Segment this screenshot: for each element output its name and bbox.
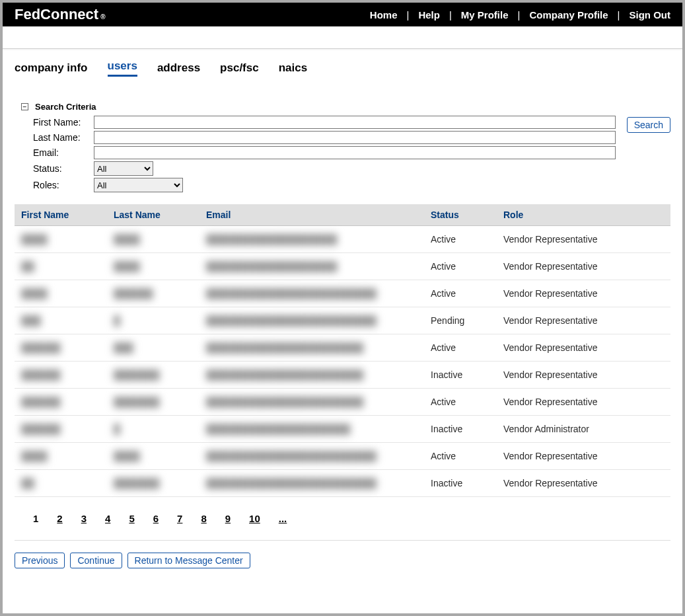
cell-email: ██████████████████████	[199, 416, 424, 443]
cell-status: Active	[424, 389, 497, 416]
cell-last-name: ███████	[107, 389, 199, 416]
table-row[interactable]: █████████████████████████████████████Ina…	[15, 362, 670, 389]
return-button[interactable]: Return to Message Center	[127, 553, 250, 568]
table-row[interactable]: ████████████████████████████████████Acti…	[15, 280, 670, 307]
cell-last-name: ████	[107, 226, 199, 253]
last-name-input[interactable]	[94, 131, 616, 144]
nav-separator: |	[518, 9, 521, 20]
email-label: Email:	[33, 147, 94, 158]
status-select[interactable]: All	[94, 161, 153, 176]
logo-sub: ®	[100, 13, 105, 20]
tab-pscfsc[interactable]: psc/fsc	[220, 61, 259, 77]
tab-company-info[interactable]: company info	[15, 61, 88, 77]
col-header-role[interactable]: Role	[497, 204, 670, 226]
cell-email: ████████████████████	[199, 226, 424, 253]
cell-last-name: ██████	[107, 280, 199, 307]
roles-label: Roles:	[33, 180, 94, 190]
table-row[interactable]: █████████████████████████████InactiveVen…	[15, 416, 670, 443]
roles-select[interactable]: All	[94, 178, 183, 192]
action-buttons: Previous Continue Return to Message Cent…	[15, 553, 670, 568]
logo: FedConnect ®	[15, 6, 106, 23]
pager: 12345678910...	[15, 497, 670, 541]
top-bar: FedConnect ® Home|Help|My Profile|Compan…	[3, 3, 682, 26]
cell-first-name: ██	[15, 253, 107, 280]
page-7[interactable]: 7	[177, 513, 182, 524]
cell-first-name: ██████	[15, 334, 107, 362]
tab-naics[interactable]: naics	[279, 61, 307, 77]
table-row[interactable]: █████████████████████████████████ActiveV…	[15, 334, 670, 362]
table-row[interactable]: ████████████████████████████ActiveVendor…	[15, 226, 670, 253]
logo-text: FedConnect	[15, 6, 98, 23]
previous-button[interactable]: Previous	[15, 553, 65, 568]
tab-users[interactable]: users	[108, 59, 137, 77]
cell-last-name: ███	[107, 334, 199, 362]
cell-role: Vendor Representative	[497, 307, 670, 334]
first-name-input[interactable]	[94, 116, 616, 129]
cell-email: ████████████████████████	[199, 389, 424, 416]
cell-role: Vendor Representative	[497, 443, 670, 470]
last-name-label: Last Name:	[33, 132, 94, 143]
page-5[interactable]: 5	[129, 513, 134, 524]
cell-role: Vendor Representative	[497, 226, 670, 253]
status-label: Status:	[33, 163, 94, 174]
cell-role: Vendor Representative	[497, 334, 670, 362]
cell-status: Active	[424, 443, 497, 470]
cell-first-name: ██████	[15, 362, 107, 389]
page-3[interactable]: 3	[81, 513, 87, 524]
nav-separator: |	[449, 9, 452, 20]
page-4[interactable]: 4	[105, 513, 110, 524]
nav-home[interactable]: Home	[370, 9, 398, 20]
nav-company-profile[interactable]: Company Profile	[529, 9, 608, 20]
col-header-first-name[interactable]: First Name	[15, 204, 107, 226]
cell-status: Active	[424, 334, 497, 362]
tab-address[interactable]: address	[157, 61, 200, 77]
cell-email: ██████████████████████████	[199, 443, 424, 470]
page-8[interactable]: 8	[201, 513, 206, 524]
page-6[interactable]: 6	[153, 513, 159, 524]
page-10[interactable]: 10	[249, 513, 260, 524]
col-header-status[interactable]: Status	[424, 204, 497, 226]
cell-first-name: ██████	[15, 416, 107, 443]
cell-status: Pending	[424, 307, 497, 334]
cell-email: ██████████████████████████	[199, 307, 424, 334]
page-2[interactable]: 2	[57, 513, 62, 524]
table-row[interactable]: █████████████████████████████████████Act…	[15, 389, 670, 416]
cell-last-name: ████	[107, 253, 199, 280]
page-9[interactable]: 9	[225, 513, 231, 524]
table-row[interactable]: ███████████████████████████████████Inact…	[15, 470, 670, 497]
table-row[interactable]: ██████████████████████████████PendingVen…	[15, 307, 670, 334]
search-criteria-header: − Search Criteria	[21, 102, 670, 112]
cell-last-name: ███████	[107, 362, 199, 389]
page-more[interactable]: ...	[279, 513, 287, 524]
first-name-label: First Name:	[33, 117, 94, 128]
col-header-last-name[interactable]: Last Name	[107, 204, 199, 226]
nav-my-profile[interactable]: My Profile	[461, 9, 509, 20]
col-header-email[interactable]: Email	[199, 204, 424, 226]
cell-role: Vendor Representative	[497, 470, 670, 497]
cell-email: ██████████████████████████	[199, 470, 424, 497]
cell-status: Active	[424, 253, 497, 280]
search-form: First Name: Last Name: Email: Status: Al…	[33, 116, 670, 192]
cell-first-name: ████	[15, 226, 107, 253]
nav-separator: |	[406, 9, 409, 20]
search-criteria-label: Search Criteria	[35, 102, 96, 112]
collapse-icon[interactable]: −	[21, 103, 28, 110]
nav-help[interactable]: Help	[418, 9, 440, 20]
search-button[interactable]: Search	[627, 117, 670, 133]
cell-email: ████████████████████	[199, 253, 424, 280]
cell-status: Inactive	[424, 416, 497, 443]
cell-first-name: ████	[15, 443, 107, 470]
cell-last-name: ████	[107, 443, 199, 470]
page-1[interactable]: 1	[33, 513, 38, 524]
nav-sign-out[interactable]: Sign Out	[630, 9, 671, 20]
cell-first-name: ██	[15, 470, 107, 497]
cell-last-name: █	[107, 307, 199, 334]
email-input[interactable]	[94, 146, 616, 159]
continue-button[interactable]: Continue	[70, 553, 122, 568]
top-nav: Home|Help|My Profile|Company Profile|Sig…	[370, 9, 670, 20]
table-row[interactable]: ██████████████████████████████████Active…	[15, 443, 670, 470]
cell-status: Active	[424, 280, 497, 307]
table-row[interactable]: ██████████████████████████ActiveVendor R…	[15, 253, 670, 280]
cell-email: ██████████████████████████	[199, 280, 424, 307]
cell-status: Inactive	[424, 470, 497, 497]
